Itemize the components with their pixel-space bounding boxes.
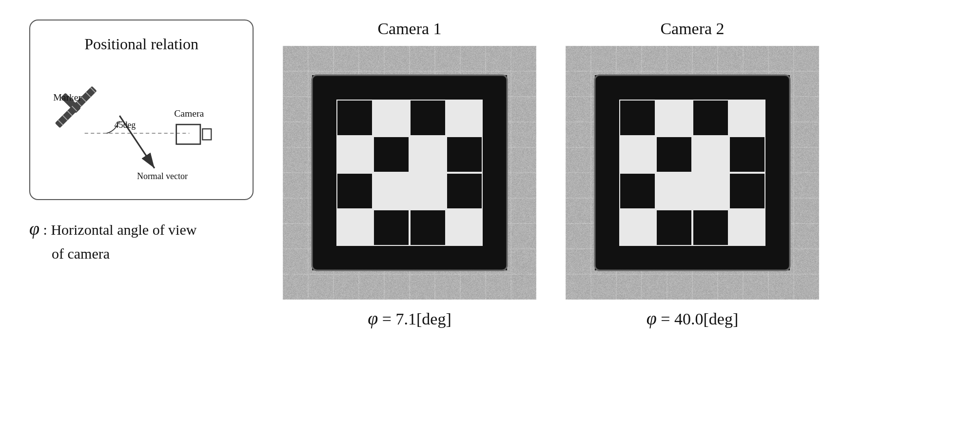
phi-description: φ : Horizontal angle of view of camera xyxy=(29,215,196,264)
diagram-box: Positional relation xyxy=(29,20,254,200)
camera1-image xyxy=(283,46,536,300)
phi-text-line1: Horizontal angle of view xyxy=(51,222,196,238)
phi-text-line2: of camera xyxy=(52,245,110,262)
camera2-title: Camera 2 xyxy=(660,20,724,38)
phi-symbol: φ xyxy=(29,218,39,239)
deg-text: 45deg xyxy=(114,120,136,130)
phi-colon: : xyxy=(43,222,47,238)
camera2-value: φ = 40.0[deg] xyxy=(647,307,738,329)
diagram-title: Positional relation xyxy=(50,35,233,53)
camera1-value: φ = 7.1[deg] xyxy=(368,307,451,329)
camera1-phi-value: = 7.1[deg] xyxy=(382,310,451,328)
camera1-canvas xyxy=(283,46,536,300)
right-section: Camera 1 φ = 7.1[deg] Camera 2 φ = 40.0[… xyxy=(283,20,951,329)
camera1-title: Camera 1 xyxy=(377,20,441,38)
main-container: Positional relation xyxy=(0,0,980,426)
camera2-image xyxy=(566,46,819,300)
camera1-phi-symbol: φ xyxy=(368,308,378,328)
camera2-phi-symbol: φ xyxy=(647,308,657,328)
left-section: Positional relation xyxy=(29,20,263,264)
svg-rect-13 xyxy=(202,129,211,140)
svg-rect-12 xyxy=(176,124,200,144)
marker-text: Marker xyxy=(53,92,81,102)
camera2-phi-value: = 40.0[deg] xyxy=(661,310,738,328)
camera2-col: Camera 2 φ = 40.0[deg] xyxy=(566,20,819,329)
camera-text: Camera xyxy=(174,108,204,119)
camera1-col: Camera 1 φ = 7.1[deg] xyxy=(283,20,536,329)
camera2-canvas xyxy=(566,46,819,300)
diagram-svg: Marker Camera 45deg Normal vector xyxy=(50,63,233,212)
normal-text: Normal vector xyxy=(137,171,188,181)
